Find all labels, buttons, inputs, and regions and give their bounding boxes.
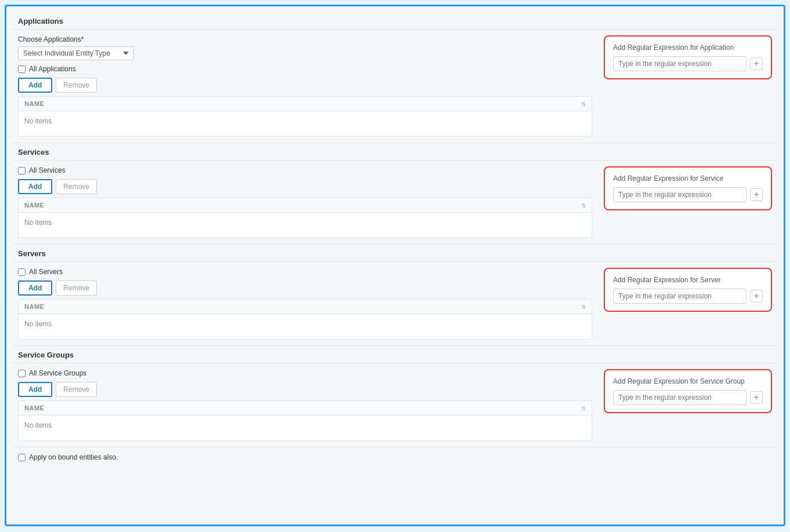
left-panel-applications: Choose Applications*Select Individual En…: [18, 35, 592, 137]
regex-input-row-services: +: [613, 187, 763, 202]
all-applications-checkbox[interactable]: [18, 65, 26, 73]
all-services-label: All Services: [29, 166, 66, 174]
right-panel-applications: Add Regular Expression for Application+: [604, 35, 772, 79]
remove-button-services[interactable]: Remove: [56, 179, 97, 194]
section-body-applications: Choose Applications*Select Individual En…: [12, 30, 778, 143]
no-items-services: No items: [19, 213, 592, 232]
no-items-applications: No items: [19, 111, 592, 131]
left-panel-servers: All ServersAddRemoveNAME⇅No items: [18, 268, 592, 340]
all-servers-label: All Servers: [29, 268, 63, 276]
regex-input-services[interactable]: [613, 187, 746, 202]
all-applications-row: All Applications: [18, 65, 592, 73]
section-title-service-groups: Service Groups: [12, 346, 778, 363]
regex-input-servers[interactable]: [613, 289, 746, 304]
all-service-groups-checkbox[interactable]: [18, 370, 26, 377]
section-body-servers: All ServersAddRemoveNAME⇅No itemsAdd Reg…: [12, 262, 778, 346]
regex-input-row-applications: +: [613, 56, 763, 71]
section-title-applications: Applications: [12, 12, 778, 30]
remove-button-servers[interactable]: Remove: [56, 280, 97, 296]
btn-row-applications: AddRemove: [18, 78, 592, 93]
section-title-servers: Servers: [12, 245, 778, 262]
remove-button-applications[interactable]: Remove: [56, 78, 97, 93]
right-panel-service-groups: Add Regular Expression for Service Group…: [604, 369, 772, 413]
table-services: NAME⇅No items: [18, 198, 592, 238]
all-services-row: All Services: [18, 166, 592, 174]
regex-add-button-service-groups[interactable]: +: [750, 391, 763, 404]
btn-row-services: AddRemove: [18, 179, 592, 194]
col-name-services: NAME: [24, 202, 581, 209]
regex-input-applications[interactable]: [613, 56, 746, 71]
all-service-groups-row: All Service Groups: [18, 369, 592, 377]
section-service-groups: Service GroupsAll Service GroupsAddRemov…: [12, 346, 778, 447]
section-services: ServicesAll ServicesAddRemoveNAME⇅No ite…: [12, 143, 778, 245]
col-name-applications: NAME: [24, 100, 581, 107]
apply-bound-label: Apply on bound entities also.: [29, 453, 118, 461]
no-items-service-groups: No items: [19, 416, 592, 435]
left-panel-service-groups: All Service GroupsAddRemoveNAME⇅No items: [18, 369, 592, 441]
btn-row-servers: AddRemove: [18, 280, 592, 296]
regex-title-services: Add Regular Expression for Service: [613, 174, 763, 183]
left-panel-services: All ServicesAddRemoveNAME⇅No items: [18, 166, 592, 238]
regex-card-applications: Add Regular Expression for Application+: [604, 35, 772, 79]
regex-add-button-applications[interactable]: +: [750, 57, 763, 70]
regex-title-applications: Add Regular Expression for Application: [613, 43, 763, 52]
section-applications: ApplicationsChoose Applications*Select I…: [12, 12, 778, 143]
regex-add-button-services[interactable]: +: [750, 188, 763, 201]
table-service-groups: NAME⇅No items: [18, 400, 592, 441]
right-panel-servers: Add Regular Expression for Server+: [604, 268, 772, 312]
all-servers-row: All Servers: [18, 268, 592, 276]
all-service-groups-label: All Service Groups: [29, 369, 86, 377]
remove-button-service-groups[interactable]: Remove: [56, 382, 97, 397]
table-header-applications: NAME⇅: [19, 97, 592, 111]
table-header-services: NAME⇅: [19, 198, 592, 213]
entity-type-dropdown[interactable]: Select Individual Entity Type: [18, 46, 134, 60]
add-button-applications[interactable]: Add: [18, 78, 52, 93]
sort-icon-servers[interactable]: ⇅: [581, 304, 586, 310]
right-panel-services: Add Regular Expression for Service+: [604, 166, 772, 210]
regex-card-service-groups: Add Regular Expression for Service Group…: [604, 369, 772, 413]
col-name-service-groups: NAME: [24, 405, 581, 411]
sort-icon-applications[interactable]: ⇅: [581, 101, 586, 107]
sort-icon-services[interactable]: ⇅: [581, 202, 586, 209]
all-services-checkbox[interactable]: [18, 167, 26, 174]
regex-card-servers: Add Regular Expression for Server+: [604, 268, 772, 312]
col-name-servers: NAME: [24, 303, 581, 310]
apply-bound-row: Apply on bound entities also.: [12, 447, 778, 467]
regex-title-servers: Add Regular Expression for Server: [613, 276, 763, 284]
section-servers: ServersAll ServersAddRemoveNAME⇅No items…: [12, 245, 778, 346]
section-body-service-groups: All Service GroupsAddRemoveNAME⇅No items…: [12, 363, 778, 447]
main-container: ApplicationsChoose Applications*Select I…: [5, 5, 785, 526]
regex-add-button-servers[interactable]: +: [750, 290, 763, 303]
regex-input-row-service-groups: +: [613, 390, 763, 405]
no-items-servers: No items: [19, 314, 592, 334]
regex-title-service-groups: Add Regular Expression for Service Group: [613, 377, 763, 385]
table-header-servers: NAME⇅: [19, 300, 592, 314]
all-servers-checkbox[interactable]: [18, 268, 26, 276]
regex-card-services: Add Regular Expression for Service+: [604, 166, 772, 210]
add-button-service-groups[interactable]: Add: [18, 382, 52, 397]
dropdown-wrapper: Select Individual Entity Type: [18, 46, 592, 60]
apply-bound-checkbox[interactable]: [18, 454, 26, 461]
table-applications: NAME⇅No items: [18, 96, 592, 137]
add-button-services[interactable]: Add: [18, 179, 52, 194]
sort-icon-service-groups[interactable]: ⇅: [581, 405, 586, 411]
choose-applications-label: Choose Applications*: [18, 35, 592, 43]
table-servers: NAME⇅No items: [18, 299, 592, 340]
regex-input-row-servers: +: [613, 289, 763, 304]
btn-row-service-groups: AddRemove: [18, 382, 592, 397]
section-title-services: Services: [12, 143, 778, 161]
regex-input-service-groups[interactable]: [613, 390, 746, 405]
add-button-servers[interactable]: Add: [18, 280, 52, 296]
table-header-service-groups: NAME⇅: [19, 401, 592, 416]
section-body-services: All ServicesAddRemoveNAME⇅No itemsAdd Re…: [12, 161, 778, 245]
all-applications-label: All Applications: [29, 65, 76, 73]
